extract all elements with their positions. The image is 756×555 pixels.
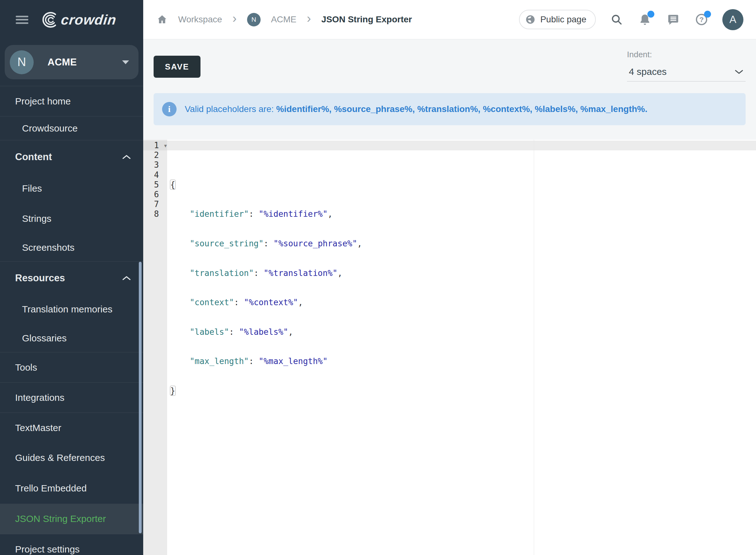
svg-text:?: ? — [699, 15, 704, 24]
sidebar-header: crowdin — [0, 0, 143, 39]
notification-dot — [704, 11, 711, 17]
placeholders-list: %identifier%, %source_phrase%, %translat… — [276, 104, 647, 114]
close-brace: } — [170, 386, 176, 396]
sidebar-item-guides-references[interactable]: Guides & References — [0, 443, 143, 473]
sidebar-scrollbar-thumb[interactable] — [139, 262, 142, 533]
info-icon: i — [162, 102, 176, 117]
sidebar-item-screenshots[interactable]: Screenshots — [0, 234, 143, 261]
breadcrumb-project[interactable]: ACME — [271, 14, 296, 25]
crowdin-logo[interactable]: crowdin — [40, 11, 117, 29]
info-banner: i Valid placeholders are: %identifier%, … — [154, 93, 746, 125]
sidebar-item-project-settings[interactable]: Project settings — [0, 534, 143, 555]
notification-dot — [647, 11, 654, 17]
sidebar-item-integrations[interactable]: Integrations — [0, 382, 143, 413]
code-line: "labels": "%labels%", — [167, 327, 756, 337]
editor-code-area[interactable]: { "identifier": "%identifier%", "source_… — [167, 140, 756, 555]
code-line: "source_string": "%source_phrase%", — [167, 239, 756, 249]
messages-button[interactable] — [666, 12, 681, 27]
sidebar-item-json-string-exporter[interactable]: JSON String Exporter — [0, 504, 143, 534]
gutter-line-7: 7 — [143, 200, 167, 209]
crowdin-logo-text: crowdin — [60, 12, 117, 28]
sidebar-section-resources[interactable]: Resources — [0, 261, 143, 294]
indent-control: Indent: 4 spaces — [627, 50, 746, 82]
help-button[interactable]: ? — [694, 12, 709, 27]
breadcrumb-workspace[interactable]: Workspace — [178, 14, 222, 25]
editor-gutter: 1 ▾ 2 3 4 5 6 7 8 — [143, 140, 167, 555]
fold-toggle-icon[interactable]: ▾ — [164, 141, 167, 151]
active-line-highlight — [167, 141, 756, 151]
code-line: "identifier": "%identifier%", — [167, 209, 756, 219]
org-switcher[interactable]: N ACME — [5, 45, 138, 79]
sidebar-item-tools[interactable]: Tools — [0, 352, 143, 382]
public-page-label: Public page — [540, 14, 586, 25]
indent-value: 4 spaces — [629, 67, 667, 77]
gutter-line-3: 3 — [143, 160, 167, 170]
breadcrumb: Workspace › N ACME › JSON String Exporte… — [157, 13, 412, 27]
search-button[interactable] — [609, 12, 624, 27]
chevron-up-icon — [122, 154, 131, 160]
sidebar: crowdin N ACME Project home Crowdsource … — [0, 0, 143, 555]
chevron-down-icon — [734, 69, 744, 75]
gutter-line-6: 6 — [143, 190, 167, 200]
hamburger-menu-icon[interactable] — [16, 16, 28, 24]
code-line: "translation": "%translation%", — [167, 268, 756, 278]
sidebar-item-trello-embedded[interactable]: Trello Embedded — [0, 473, 143, 504]
topbar-actions: Public page ? A — [519, 9, 744, 30]
code-line: "max_length": "%max_length%" — [167, 356, 756, 366]
gutter-line-8: 8 — [143, 209, 167, 219]
gutter-line-4: 4 — [143, 170, 167, 180]
notifications-button[interactable] — [637, 12, 653, 27]
org-name: ACME — [47, 57, 77, 68]
indent-select[interactable]: 4 spaces — [627, 62, 746, 82]
sidebar-item-project-home[interactable]: Project home — [0, 86, 143, 116]
print-margin-line — [534, 140, 534, 555]
code-line: } — [167, 386, 756, 396]
org-avatar: N — [10, 50, 34, 74]
crowdin-logo-mark-icon — [40, 11, 58, 29]
sidebar-section-content[interactable]: Content — [0, 140, 143, 173]
chevron-up-icon — [122, 275, 131, 281]
info-banner-text: Valid placeholders are: %identifier%, %s… — [185, 104, 647, 114]
topbar: Workspace › N ACME › JSON String Exporte… — [143, 0, 756, 39]
public-page-button[interactable]: Public page — [519, 10, 596, 29]
org-switcher-wrap: N ACME — [0, 39, 143, 86]
home-icon[interactable] — [157, 14, 168, 25]
sidebar-item-files[interactable]: Files — [0, 173, 143, 204]
app-root: crowdin N ACME Project home Crowdsource … — [0, 0, 756, 555]
gutter-line-5: 5 — [143, 180, 167, 190]
save-button[interactable]: SAVE — [154, 56, 201, 78]
indent-label: Indent: — [627, 50, 746, 59]
sidebar-nav: Project home Crowdsource Content Files S… — [0, 86, 143, 555]
user-avatar[interactable]: A — [722, 9, 744, 30]
project-avatar: N — [247, 13, 261, 27]
gutter-line-1: 1 ▾ — [143, 141, 167, 151]
code-line: { — [167, 180, 756, 190]
globe-icon — [525, 14, 536, 25]
open-brace: { — [170, 180, 176, 190]
search-icon — [610, 13, 623, 26]
sidebar-item-glossaries[interactable]: Glossaries — [0, 325, 143, 352]
sidebar-item-translation-memories[interactable]: Translation memories — [0, 294, 143, 325]
chevron-down-icon — [122, 60, 129, 64]
sidebar-item-crowdsource[interactable]: Crowdsource — [0, 116, 143, 140]
chat-icon — [667, 13, 680, 26]
sidebar-item-strings[interactable]: Strings — [0, 204, 143, 234]
main-area: Workspace › N ACME › JSON String Exporte… — [143, 0, 756, 555]
gutter-line-2: 2 — [143, 151, 167, 160]
chevron-right-icon: › — [233, 18, 237, 21]
breadcrumb-current-page: JSON String Exporter — [321, 14, 412, 25]
code-editor[interactable]: 1 ▾ 2 3 4 5 6 7 8 { "identifier": "%iden… — [143, 140, 756, 555]
code-line: "context": "%context%", — [167, 298, 756, 307]
sidebar-item-textmaster[interactable]: TextMaster — [0, 413, 143, 443]
chevron-right-icon: › — [307, 18, 311, 21]
page-content: SAVE Indent: 4 spaces i Valid placeholde… — [143, 39, 756, 555]
